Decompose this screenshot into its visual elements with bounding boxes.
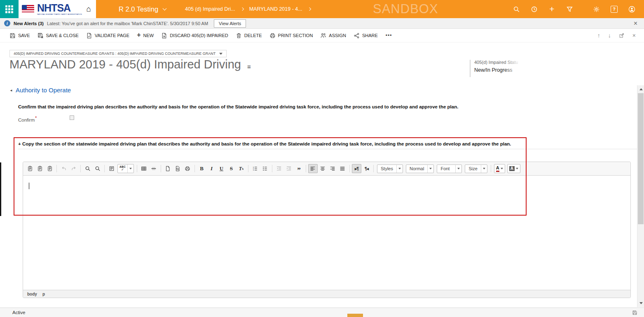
breadcrumb-record-label: MARYLAND 2019 - 4... (249, 6, 302, 12)
logo-text: NHTSA (37, 3, 82, 13)
align-left-button[interactable] (308, 164, 318, 173)
printer-icon (185, 166, 190, 171)
italic-button[interactable]: I (207, 164, 216, 173)
app-launcher-button[interactable] (0, 0, 19, 18)
quick-create-button[interactable]: + (543, 5, 561, 13)
new-label: NEW (143, 33, 154, 38)
confirm-checkbox[interactable] (70, 115, 74, 120)
app-title-menu[interactable]: R 2.0 Testing (119, 5, 166, 13)
title-row: MARYLAND 2019 - 405(d) Impaired Driving … (9, 58, 251, 71)
previous-record-button[interactable]: ↑ (597, 33, 600, 38)
page-title: MARYLAND 2019 - 405(d) Impaired Driving (9, 58, 241, 71)
advanced-find-button[interactable] (561, 6, 578, 13)
remove-format-button[interactable]: Tx (237, 164, 246, 173)
caret-down-icon (516, 168, 518, 169)
size-dropdown[interactable]: Size (465, 164, 487, 173)
format-dropdown[interactable]: Normal (406, 164, 434, 173)
next-record-button[interactable]: ↓ (608, 33, 611, 38)
text-direction-rtl-button[interactable]: ¶◂ (362, 164, 371, 173)
section-authority-to-operate[interactable]: ◄ Authority to Operate (9, 87, 71, 94)
align-center-icon (320, 166, 326, 171)
styles-dropdown[interactable]: Styles (377, 164, 403, 173)
delete-button[interactable]: DELETE (236, 33, 262, 39)
record-type-selector[interactable]: 405(D) IMPAIRED DRIVING COUNTERMEASURE G… (9, 50, 227, 57)
field-divider (18, 149, 637, 149)
underline-button[interactable]: U (217, 164, 226, 173)
scroll-up-button[interactable] (637, 86, 644, 93)
replace-button[interactable] (93, 164, 102, 173)
breadcrumb-entity[interactable]: 405 (d) Impaired Dri... (185, 6, 235, 12)
spellcheck-button[interactable]: ABC✓ (117, 164, 134, 173)
new-page-button[interactable] (163, 164, 173, 173)
bold-button[interactable]: B (197, 164, 206, 173)
align-center-button[interactable] (318, 164, 328, 173)
scroll-down-button[interactable] (637, 300, 644, 307)
home-icon[interactable]: ⌂ (87, 5, 91, 14)
text-direction-ltr-button[interactable]: ▸¶ (352, 164, 361, 173)
validate-page-button[interactable]: VALIDATE PAGE (86, 33, 129, 39)
increase-indent-button[interactable] (284, 164, 294, 173)
help-button[interactable]: ? (605, 6, 623, 13)
insert-table-button[interactable] (139, 164, 149, 173)
indent-icon (286, 166, 292, 171)
trash-icon (236, 33, 242, 39)
vertical-scrollbar[interactable] (637, 85, 644, 307)
popout-icon[interactable] (619, 33, 625, 38)
undo-button[interactable] (59, 164, 68, 173)
decrease-indent-button[interactable] (274, 164, 284, 173)
save-and-close-button[interactable]: SAVE & CLOSE (37, 33, 79, 39)
unsaved-changes-save-button[interactable] (632, 310, 637, 315)
numbered-list-button[interactable] (251, 164, 260, 173)
text-color-button[interactable]: A (494, 164, 505, 173)
discard-button[interactable]: DISCARD 405(D) IMPAIRED (161, 33, 228, 39)
share-button[interactable]: SHARE (354, 33, 378, 39)
new-button[interactable]: +NEW (137, 33, 154, 38)
paste-from-word-button[interactable] (45, 164, 54, 173)
font-dropdown[interactable]: Font (437, 164, 462, 173)
select-all-button[interactable] (107, 164, 116, 173)
scrollbar-thumb[interactable] (638, 93, 644, 224)
close-icon[interactable]: × (634, 20, 640, 27)
undo-icon (61, 166, 67, 171)
user-menu-button[interactable] (623, 6, 641, 13)
horizontal-rule-button[interactable] (149, 164, 159, 173)
align-right-button[interactable] (328, 164, 337, 173)
path-body-element[interactable]: body (27, 292, 37, 296)
breadcrumb-record[interactable]: MARYLAND 2019 - 4... (249, 6, 302, 12)
align-justify-button[interactable] (338, 164, 347, 173)
path-p-element[interactable]: p (42, 292, 45, 296)
form-selector-icon[interactable]: ≡ (247, 63, 251, 70)
view-alerts-button[interactable]: View Alerts (214, 19, 246, 28)
search-button[interactable] (508, 6, 525, 13)
editor-content-area[interactable] (23, 176, 630, 290)
clipboard-text-icon (37, 166, 43, 171)
redo-button[interactable] (69, 164, 78, 173)
confirm-field-row: Confirm* (18, 116, 37, 123)
more-commands-button[interactable]: ••• (386, 33, 392, 38)
find-button[interactable] (83, 164, 92, 173)
save-button[interactable]: SAVE (9, 33, 30, 39)
bullet-list-button[interactable] (260, 164, 270, 173)
strikethrough-button[interactable]: S (227, 164, 236, 173)
align-right-icon (330, 166, 335, 171)
gear-icon (593, 6, 600, 13)
paste-button[interactable] (25, 164, 35, 173)
font-caret (455, 165, 461, 173)
collapse-triangle-icon: ◄ (9, 89, 13, 92)
copy-section-label[interactable]: + Copy the section of the statewide impa… (18, 141, 511, 146)
background-color-button[interactable]: A (507, 164, 520, 173)
settings-button[interactable] (588, 6, 605, 13)
top-navigation-bar: NHTSA NATIONAL HIGHWAY TRAFFIC SAFETY AD… (0, 0, 644, 18)
blockquote-button[interactable]: ” (294, 164, 304, 173)
nhtsa-logo[interactable]: NHTSA NATIONAL HIGHWAY TRAFFIC SAFETY AD… (19, 0, 96, 18)
paste-as-text-button[interactable] (35, 164, 44, 173)
preview-button[interactable] (173, 164, 183, 173)
print-button[interactable] (183, 164, 192, 173)
print-section-button[interactable]: PRINT SECTION (269, 33, 313, 39)
delete-label: DELETE (244, 33, 262, 38)
discard-label: DISCARD 405(D) IMPAIRED (170, 33, 228, 38)
document-magnifier-icon (175, 166, 180, 171)
close-icon[interactable]: × (632, 33, 636, 38)
recent-items-button[interactable] (525, 6, 543, 13)
assign-button[interactable]: ASSIGN (320, 33, 346, 39)
